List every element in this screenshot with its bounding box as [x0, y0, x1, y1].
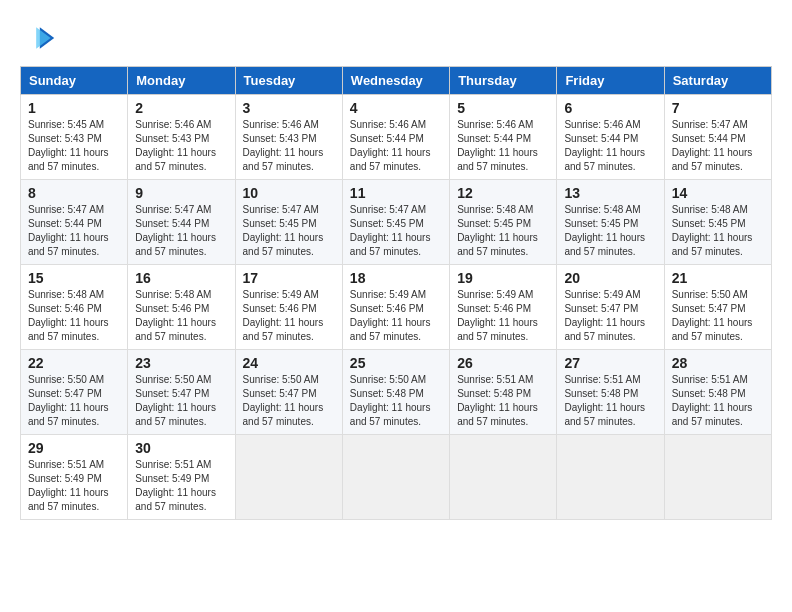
calendar-cell: 8 Sunrise: 5:47 AM Sunset: 5:44 PM Dayli…	[21, 180, 128, 265]
calendar-cell: 29 Sunrise: 5:51 AM Sunset: 5:49 PM Dayl…	[21, 435, 128, 520]
day-info: Sunrise: 5:51 AM Sunset: 5:48 PM Dayligh…	[672, 373, 764, 429]
day-number: 6	[564, 100, 656, 116]
calendar-cell: 4 Sunrise: 5:46 AM Sunset: 5:44 PM Dayli…	[342, 95, 449, 180]
day-info: Sunrise: 5:46 AM Sunset: 5:44 PM Dayligh…	[350, 118, 442, 174]
day-info: Sunrise: 5:49 AM Sunset: 5:46 PM Dayligh…	[243, 288, 335, 344]
calendar-week-row: 29 Sunrise: 5:51 AM Sunset: 5:49 PM Dayl…	[21, 435, 772, 520]
day-info: Sunrise: 5:50 AM Sunset: 5:47 PM Dayligh…	[243, 373, 335, 429]
calendar-cell	[557, 435, 664, 520]
day-info: Sunrise: 5:45 AM Sunset: 5:43 PM Dayligh…	[28, 118, 120, 174]
day-number: 17	[243, 270, 335, 286]
calendar-cell: 19 Sunrise: 5:49 AM Sunset: 5:46 PM Dayl…	[450, 265, 557, 350]
calendar-cell: 13 Sunrise: 5:48 AM Sunset: 5:45 PM Dayl…	[557, 180, 664, 265]
day-info: Sunrise: 5:50 AM Sunset: 5:47 PM Dayligh…	[135, 373, 227, 429]
calendar-cell: 5 Sunrise: 5:46 AM Sunset: 5:44 PM Dayli…	[450, 95, 557, 180]
day-info: Sunrise: 5:49 AM Sunset: 5:46 PM Dayligh…	[457, 288, 549, 344]
header	[20, 20, 772, 56]
day-number: 8	[28, 185, 120, 201]
day-number: 16	[135, 270, 227, 286]
calendar-cell: 18 Sunrise: 5:49 AM Sunset: 5:46 PM Dayl…	[342, 265, 449, 350]
calendar-cell: 22 Sunrise: 5:50 AM Sunset: 5:47 PM Dayl…	[21, 350, 128, 435]
weekday-header-friday: Friday	[557, 67, 664, 95]
day-number: 24	[243, 355, 335, 371]
calendar-cell	[235, 435, 342, 520]
day-number: 29	[28, 440, 120, 456]
weekday-header-thursday: Thursday	[450, 67, 557, 95]
calendar-week-row: 1 Sunrise: 5:45 AM Sunset: 5:43 PM Dayli…	[21, 95, 772, 180]
calendar-cell: 6 Sunrise: 5:46 AM Sunset: 5:44 PM Dayli…	[557, 95, 664, 180]
day-number: 7	[672, 100, 764, 116]
weekday-header-sunday: Sunday	[21, 67, 128, 95]
day-info: Sunrise: 5:46 AM Sunset: 5:43 PM Dayligh…	[135, 118, 227, 174]
day-number: 14	[672, 185, 764, 201]
calendar-cell: 24 Sunrise: 5:50 AM Sunset: 5:47 PM Dayl…	[235, 350, 342, 435]
weekday-header-monday: Monday	[128, 67, 235, 95]
day-number: 12	[457, 185, 549, 201]
calendar-cell: 14 Sunrise: 5:48 AM Sunset: 5:45 PM Dayl…	[664, 180, 771, 265]
day-info: Sunrise: 5:51 AM Sunset: 5:49 PM Dayligh…	[28, 458, 120, 514]
day-number: 21	[672, 270, 764, 286]
day-info: Sunrise: 5:46 AM Sunset: 5:44 PM Dayligh…	[564, 118, 656, 174]
day-info: Sunrise: 5:48 AM Sunset: 5:46 PM Dayligh…	[135, 288, 227, 344]
day-number: 15	[28, 270, 120, 286]
calendar-cell: 12 Sunrise: 5:48 AM Sunset: 5:45 PM Dayl…	[450, 180, 557, 265]
day-info: Sunrise: 5:49 AM Sunset: 5:46 PM Dayligh…	[350, 288, 442, 344]
day-number: 18	[350, 270, 442, 286]
calendar-cell: 3 Sunrise: 5:46 AM Sunset: 5:43 PM Dayli…	[235, 95, 342, 180]
day-number: 22	[28, 355, 120, 371]
calendar-week-row: 15 Sunrise: 5:48 AM Sunset: 5:46 PM Dayl…	[21, 265, 772, 350]
day-info: Sunrise: 5:48 AM Sunset: 5:45 PM Dayligh…	[672, 203, 764, 259]
day-number: 25	[350, 355, 442, 371]
day-number: 10	[243, 185, 335, 201]
calendar-cell: 21 Sunrise: 5:50 AM Sunset: 5:47 PM Dayl…	[664, 265, 771, 350]
calendar-cell: 17 Sunrise: 5:49 AM Sunset: 5:46 PM Dayl…	[235, 265, 342, 350]
day-info: Sunrise: 5:46 AM Sunset: 5:44 PM Dayligh…	[457, 118, 549, 174]
calendar-cell: 1 Sunrise: 5:45 AM Sunset: 5:43 PM Dayli…	[21, 95, 128, 180]
calendar-cell: 27 Sunrise: 5:51 AM Sunset: 5:48 PM Dayl…	[557, 350, 664, 435]
calendar-week-row: 8 Sunrise: 5:47 AM Sunset: 5:44 PM Dayli…	[21, 180, 772, 265]
calendar-cell: 23 Sunrise: 5:50 AM Sunset: 5:47 PM Dayl…	[128, 350, 235, 435]
logo-icon	[20, 20, 56, 56]
day-info: Sunrise: 5:46 AM Sunset: 5:43 PM Dayligh…	[243, 118, 335, 174]
day-info: Sunrise: 5:51 AM Sunset: 5:48 PM Dayligh…	[564, 373, 656, 429]
day-number: 23	[135, 355, 227, 371]
day-info: Sunrise: 5:48 AM Sunset: 5:45 PM Dayligh…	[457, 203, 549, 259]
day-info: Sunrise: 5:51 AM Sunset: 5:48 PM Dayligh…	[457, 373, 549, 429]
day-info: Sunrise: 5:47 AM Sunset: 5:44 PM Dayligh…	[28, 203, 120, 259]
calendar-cell: 16 Sunrise: 5:48 AM Sunset: 5:46 PM Dayl…	[128, 265, 235, 350]
day-number: 30	[135, 440, 227, 456]
calendar-table: SundayMondayTuesdayWednesdayThursdayFrid…	[20, 66, 772, 520]
calendar-cell: 30 Sunrise: 5:51 AM Sunset: 5:49 PM Dayl…	[128, 435, 235, 520]
day-number: 27	[564, 355, 656, 371]
calendar-cell: 2 Sunrise: 5:46 AM Sunset: 5:43 PM Dayli…	[128, 95, 235, 180]
calendar-week-row: 22 Sunrise: 5:50 AM Sunset: 5:47 PM Dayl…	[21, 350, 772, 435]
calendar-cell: 25 Sunrise: 5:50 AM Sunset: 5:48 PM Dayl…	[342, 350, 449, 435]
weekday-header-wednesday: Wednesday	[342, 67, 449, 95]
calendar-cell: 10 Sunrise: 5:47 AM Sunset: 5:45 PM Dayl…	[235, 180, 342, 265]
day-info: Sunrise: 5:50 AM Sunset: 5:48 PM Dayligh…	[350, 373, 442, 429]
weekday-header-row: SundayMondayTuesdayWednesdayThursdayFrid…	[21, 67, 772, 95]
day-number: 11	[350, 185, 442, 201]
day-number: 20	[564, 270, 656, 286]
calendar-cell	[342, 435, 449, 520]
day-number: 4	[350, 100, 442, 116]
calendar-cell: 15 Sunrise: 5:48 AM Sunset: 5:46 PM Dayl…	[21, 265, 128, 350]
day-number: 2	[135, 100, 227, 116]
day-number: 9	[135, 185, 227, 201]
calendar-cell: 9 Sunrise: 5:47 AM Sunset: 5:44 PM Dayli…	[128, 180, 235, 265]
day-number: 13	[564, 185, 656, 201]
day-info: Sunrise: 5:49 AM Sunset: 5:47 PM Dayligh…	[564, 288, 656, 344]
calendar-cell: 7 Sunrise: 5:47 AM Sunset: 5:44 PM Dayli…	[664, 95, 771, 180]
logo	[20, 20, 62, 56]
day-info: Sunrise: 5:47 AM Sunset: 5:44 PM Dayligh…	[672, 118, 764, 174]
day-info: Sunrise: 5:50 AM Sunset: 5:47 PM Dayligh…	[672, 288, 764, 344]
day-number: 26	[457, 355, 549, 371]
calendar-cell: 28 Sunrise: 5:51 AM Sunset: 5:48 PM Dayl…	[664, 350, 771, 435]
day-number: 5	[457, 100, 549, 116]
day-info: Sunrise: 5:47 AM Sunset: 5:44 PM Dayligh…	[135, 203, 227, 259]
day-info: Sunrise: 5:48 AM Sunset: 5:45 PM Dayligh…	[564, 203, 656, 259]
day-info: Sunrise: 5:51 AM Sunset: 5:49 PM Dayligh…	[135, 458, 227, 514]
calendar-cell	[450, 435, 557, 520]
day-number: 3	[243, 100, 335, 116]
calendar-cell: 26 Sunrise: 5:51 AM Sunset: 5:48 PM Dayl…	[450, 350, 557, 435]
